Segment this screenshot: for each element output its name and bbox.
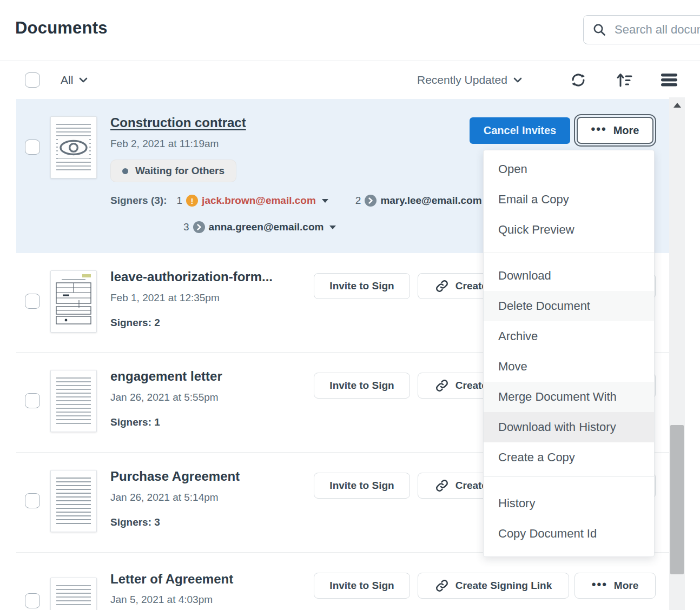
menu-item-copy-document-id[interactable]: Copy Document Id — [484, 519, 654, 549]
create-signing-link-label: Create Signing Link — [455, 580, 552, 592]
signer-email: anna.green@email.com — [209, 221, 324, 233]
chevron-down-icon — [513, 77, 522, 83]
search-input[interactable] — [613, 22, 700, 37]
more-button[interactable]: ••• More — [574, 573, 656, 599]
more-button[interactable]: ••• More — [577, 117, 653, 144]
refresh-button[interactable] — [569, 71, 587, 89]
chain-link-icon — [435, 379, 449, 393]
cancel-invites-button[interactable]: Cancel Invites — [470, 117, 570, 144]
row-checkbox[interactable] — [25, 493, 40, 508]
invite-to-sign-button[interactable]: Invite to Sign — [314, 273, 410, 299]
menu-item-create-a-copy[interactable]: Create a Copy — [484, 442, 654, 473]
document-thumbnail[interactable] — [50, 470, 97, 532]
more-label: More — [613, 124, 639, 137]
signer-email: mary.lee@email.com — [380, 195, 481, 207]
menu-item-open[interactable]: Open — [484, 154, 654, 184]
menu-section-2: Download Delete Document Archive Move Me… — [484, 253, 654, 476]
sort-order-icon — [616, 72, 633, 88]
row-checkbox[interactable] — [25, 294, 40, 309]
list-view-button[interactable] — [660, 71, 678, 89]
document-thumbnail[interactable] — [50, 116, 97, 178]
document-thumbnail[interactable] — [50, 270, 97, 333]
document-title[interactable]: leave-authorization-form... — [110, 269, 273, 284]
document-title[interactable]: Purchase Agreement — [110, 469, 240, 484]
menu-item-move[interactable]: Move — [484, 352, 654, 382]
scrollbar[interactable] — [669, 97, 685, 610]
filter-label: All — [61, 74, 73, 87]
row-checkbox[interactable] — [25, 140, 40, 155]
thumbnail-text-lines — [56, 377, 91, 426]
caret-down-icon — [322, 199, 328, 203]
signer-email: jack.brown@email.com — [202, 195, 316, 207]
refresh-icon — [570, 71, 587, 89]
document-thumbnail[interactable] — [50, 578, 97, 610]
signer-1-dropdown[interactable]: 1 ! jack.brown@email.com — [177, 195, 328, 207]
chevron-down-icon — [79, 77, 88, 83]
document-thumbnail[interactable] — [50, 370, 97, 432]
document-date: Jan 5, 2021 at 4:03pm — [110, 594, 213, 606]
menu-item-download-with-history[interactable]: Download with History — [484, 412, 654, 442]
signers-line-1: Signers (3): 1 ! jack.brown@email.com 2 … — [110, 195, 482, 207]
menu-item-merge-document-with[interactable]: Merge Document With — [484, 382, 654, 412]
document-title[interactable]: Letter of Agreement — [110, 572, 233, 587]
more-label: More — [614, 580, 638, 592]
thumbnail-text-lines — [56, 585, 91, 608]
document-title-link[interactable]: Construction contract — [110, 115, 246, 130]
signers-count: Signers: 3 — [110, 516, 160, 528]
arrow-right-circle-icon — [193, 221, 205, 233]
thumbnail-form-graphic — [51, 271, 96, 332]
three-dots-icon: ••• — [591, 122, 607, 136]
eye-icon — [58, 137, 89, 158]
menu-item-quick-preview[interactable]: Quick Preview — [484, 215, 654, 245]
invite-to-sign-button[interactable]: Invite to Sign — [314, 373, 410, 399]
select-all-checkbox[interactable] — [25, 72, 40, 88]
document-title[interactable]: engagement letter — [110, 369, 222, 384]
signer-number: 2 — [355, 195, 361, 207]
create-signing-link-button[interactable]: Create Signing Link — [418, 573, 569, 599]
documents-page: Documents All Recently Updated — [0, 0, 700, 610]
menu-section-1: Open Email a Copy Quick Preview — [484, 150, 654, 253]
header-divider — [0, 61, 700, 61]
chain-link-icon — [435, 579, 449, 593]
signer-3-dropdown[interactable]: 3 anna.green@email.com — [183, 221, 336, 233]
invite-to-sign-button[interactable]: Invite to Sign — [314, 473, 410, 499]
document-date: Feb 1, 2021 at 12:35pm — [110, 292, 220, 304]
row-checkbox[interactable] — [25, 393, 40, 408]
arrow-right-circle-icon — [365, 195, 377, 207]
invite-to-sign-button[interactable]: Invite to Sign — [314, 573, 410, 599]
three-dots-icon: ••• — [592, 578, 607, 592]
chain-link-icon — [435, 479, 449, 493]
scroll-up-arrow-icon[interactable] — [673, 103, 681, 108]
caret-down-icon — [329, 226, 336, 229]
menu-item-email-a-copy[interactable]: Email a Copy — [484, 184, 654, 215]
signers-line-2: 3 anna.green@email.com — [183, 221, 336, 233]
sort-label: Recently Updated — [417, 74, 507, 87]
page-title: Documents — [15, 18, 108, 38]
document-date: Jan 26, 2021 at 5:55pm — [110, 392, 219, 403]
filter-dropdown[interactable]: All — [61, 74, 88, 87]
scrollbar-thumb[interactable] — [670, 425, 684, 574]
status-dot-icon — [122, 168, 128, 174]
menu-item-history[interactable]: History — [484, 488, 654, 519]
list-view-icon — [661, 73, 678, 87]
signers-label: Signers (3): — [110, 195, 167, 207]
thumbnail-text-lines — [56, 478, 91, 526]
signer-2-dropdown[interactable]: 2 mary.lee@email.com — [355, 195, 482, 207]
document-row-letter-of-agreement: Letter of Agreement Jan 5, 2021 at 4:03p… — [16, 553, 669, 610]
warning-icon: ! — [186, 195, 198, 207]
menu-item-archive[interactable]: Archive — [484, 321, 654, 352]
signers-count: Signers: 2 — [110, 317, 160, 329]
document-date: Jan 26, 2021 at 5:14pm — [110, 492, 219, 503]
menu-item-download[interactable]: Download — [484, 261, 654, 291]
search-icon — [592, 23, 606, 37]
signer-number: 1 — [177, 195, 183, 207]
sort-order-button[interactable] — [615, 71, 633, 89]
status-badge: Waiting for Others — [110, 160, 236, 182]
status-label: Waiting for Others — [135, 165, 224, 177]
signers-count: Signers: 1 — [110, 416, 160, 428]
search-box[interactable] — [583, 15, 700, 44]
row-checkbox[interactable] — [25, 593, 40, 608]
menu-item-delete-document[interactable]: Delete Document — [484, 291, 654, 321]
more-actions-menu: Open Email a Copy Quick Preview Download… — [483, 150, 655, 557]
sort-dropdown[interactable]: Recently Updated — [417, 74, 522, 87]
